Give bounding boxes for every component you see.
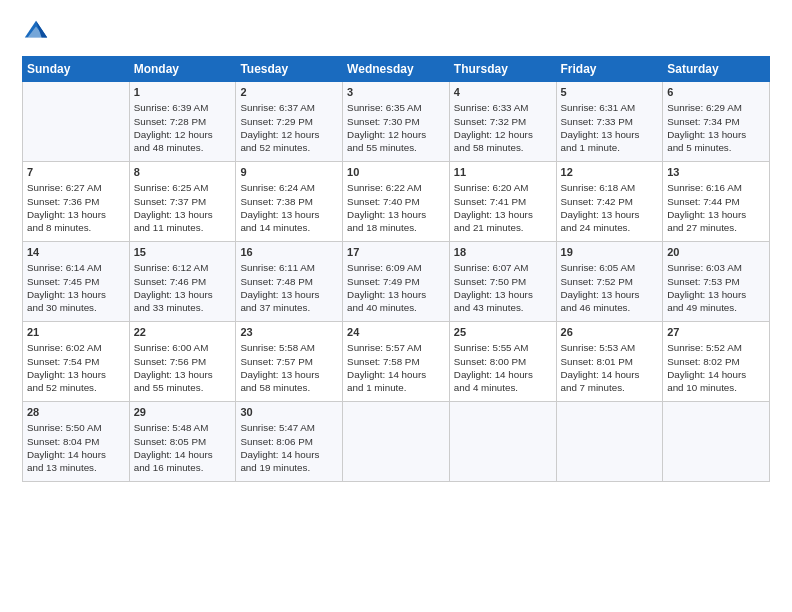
day-info: Sunrise: 6:31 AM Sunset: 7:33 PM Dayligh…: [561, 101, 659, 154]
day-info: Sunrise: 5:47 AM Sunset: 8:06 PM Dayligh…: [240, 421, 338, 474]
day-info: Sunrise: 6:09 AM Sunset: 7:49 PM Dayligh…: [347, 261, 445, 314]
day-info: Sunrise: 6:03 AM Sunset: 7:53 PM Dayligh…: [667, 261, 765, 314]
day-cell: 20Sunrise: 6:03 AM Sunset: 7:53 PM Dayli…: [663, 242, 770, 322]
day-info: Sunrise: 6:24 AM Sunset: 7:38 PM Dayligh…: [240, 181, 338, 234]
calendar-body: 1Sunrise: 6:39 AM Sunset: 7:28 PM Daylig…: [23, 82, 770, 482]
day-number: 4: [454, 85, 552, 100]
header-cell-wednesday: Wednesday: [343, 57, 450, 82]
week-row-4: 21Sunrise: 6:02 AM Sunset: 7:54 PM Dayli…: [23, 322, 770, 402]
day-number: 23: [240, 325, 338, 340]
day-info: Sunrise: 6:27 AM Sunset: 7:36 PM Dayligh…: [27, 181, 125, 234]
week-row-1: 1Sunrise: 6:39 AM Sunset: 7:28 PM Daylig…: [23, 82, 770, 162]
week-row-2: 7Sunrise: 6:27 AM Sunset: 7:36 PM Daylig…: [23, 162, 770, 242]
logo-icon: [22, 18, 50, 46]
day-info: Sunrise: 5:50 AM Sunset: 8:04 PM Dayligh…: [27, 421, 125, 474]
day-info: Sunrise: 5:52 AM Sunset: 8:02 PM Dayligh…: [667, 341, 765, 394]
day-number: 27: [667, 325, 765, 340]
day-info: Sunrise: 5:53 AM Sunset: 8:01 PM Dayligh…: [561, 341, 659, 394]
day-cell: 6Sunrise: 6:29 AM Sunset: 7:34 PM Daylig…: [663, 82, 770, 162]
week-row-3: 14Sunrise: 6:14 AM Sunset: 7:45 PM Dayli…: [23, 242, 770, 322]
day-cell: 27Sunrise: 5:52 AM Sunset: 8:02 PM Dayli…: [663, 322, 770, 402]
day-number: 24: [347, 325, 445, 340]
day-number: 26: [561, 325, 659, 340]
day-info: Sunrise: 5:48 AM Sunset: 8:05 PM Dayligh…: [134, 421, 232, 474]
day-cell: 30Sunrise: 5:47 AM Sunset: 8:06 PM Dayli…: [236, 402, 343, 482]
day-info: Sunrise: 5:57 AM Sunset: 7:58 PM Dayligh…: [347, 341, 445, 394]
day-number: 6: [667, 85, 765, 100]
day-cell: 5Sunrise: 6:31 AM Sunset: 7:33 PM Daylig…: [556, 82, 663, 162]
day-info: Sunrise: 6:25 AM Sunset: 7:37 PM Dayligh…: [134, 181, 232, 234]
day-cell: 25Sunrise: 5:55 AM Sunset: 8:00 PM Dayli…: [449, 322, 556, 402]
day-cell: 17Sunrise: 6:09 AM Sunset: 7:49 PM Dayli…: [343, 242, 450, 322]
day-cell: [449, 402, 556, 482]
day-cell: [343, 402, 450, 482]
calendar-table: SundayMondayTuesdayWednesdayThursdayFrid…: [22, 56, 770, 482]
day-number: 3: [347, 85, 445, 100]
day-number: 10: [347, 165, 445, 180]
day-cell: 16Sunrise: 6:11 AM Sunset: 7:48 PM Dayli…: [236, 242, 343, 322]
day-info: Sunrise: 6:16 AM Sunset: 7:44 PM Dayligh…: [667, 181, 765, 234]
header-cell-tuesday: Tuesday: [236, 57, 343, 82]
day-cell: 12Sunrise: 6:18 AM Sunset: 7:42 PM Dayli…: [556, 162, 663, 242]
day-info: Sunrise: 6:29 AM Sunset: 7:34 PM Dayligh…: [667, 101, 765, 154]
day-number: 21: [27, 325, 125, 340]
day-cell: [556, 402, 663, 482]
day-cell: 15Sunrise: 6:12 AM Sunset: 7:46 PM Dayli…: [129, 242, 236, 322]
day-cell: 24Sunrise: 5:57 AM Sunset: 7:58 PM Dayli…: [343, 322, 450, 402]
day-info: Sunrise: 6:22 AM Sunset: 7:40 PM Dayligh…: [347, 181, 445, 234]
day-cell: 26Sunrise: 5:53 AM Sunset: 8:01 PM Dayli…: [556, 322, 663, 402]
header-cell-saturday: Saturday: [663, 57, 770, 82]
day-info: Sunrise: 6:39 AM Sunset: 7:28 PM Dayligh…: [134, 101, 232, 154]
day-number: 8: [134, 165, 232, 180]
day-cell: 3Sunrise: 6:35 AM Sunset: 7:30 PM Daylig…: [343, 82, 450, 162]
day-cell: 22Sunrise: 6:00 AM Sunset: 7:56 PM Dayli…: [129, 322, 236, 402]
header-cell-sunday: Sunday: [23, 57, 130, 82]
day-number: 7: [27, 165, 125, 180]
day-number: 22: [134, 325, 232, 340]
day-number: 17: [347, 245, 445, 260]
day-number: 12: [561, 165, 659, 180]
header-row: SundayMondayTuesdayWednesdayThursdayFrid…: [23, 57, 770, 82]
day-cell: 7Sunrise: 6:27 AM Sunset: 7:36 PM Daylig…: [23, 162, 130, 242]
day-number: 16: [240, 245, 338, 260]
day-info: Sunrise: 5:58 AM Sunset: 7:57 PM Dayligh…: [240, 341, 338, 394]
day-cell: 28Sunrise: 5:50 AM Sunset: 8:04 PM Dayli…: [23, 402, 130, 482]
calendar-header: SundayMondayTuesdayWednesdayThursdayFrid…: [23, 57, 770, 82]
day-number: 30: [240, 405, 338, 420]
day-cell: 2Sunrise: 6:37 AM Sunset: 7:29 PM Daylig…: [236, 82, 343, 162]
day-cell: 10Sunrise: 6:22 AM Sunset: 7:40 PM Dayli…: [343, 162, 450, 242]
day-info: Sunrise: 5:55 AM Sunset: 8:00 PM Dayligh…: [454, 341, 552, 394]
logo: [22, 18, 54, 46]
day-info: Sunrise: 6:02 AM Sunset: 7:54 PM Dayligh…: [27, 341, 125, 394]
day-number: 11: [454, 165, 552, 180]
week-row-5: 28Sunrise: 5:50 AM Sunset: 8:04 PM Dayli…: [23, 402, 770, 482]
day-cell: 19Sunrise: 6:05 AM Sunset: 7:52 PM Dayli…: [556, 242, 663, 322]
day-cell: 14Sunrise: 6:14 AM Sunset: 7:45 PM Dayli…: [23, 242, 130, 322]
day-number: 1: [134, 85, 232, 100]
day-cell: 9Sunrise: 6:24 AM Sunset: 7:38 PM Daylig…: [236, 162, 343, 242]
day-number: 18: [454, 245, 552, 260]
page: SundayMondayTuesdayWednesdayThursdayFrid…: [0, 0, 792, 612]
day-info: Sunrise: 6:07 AM Sunset: 7:50 PM Dayligh…: [454, 261, 552, 314]
day-number: 28: [27, 405, 125, 420]
day-info: Sunrise: 6:35 AM Sunset: 7:30 PM Dayligh…: [347, 101, 445, 154]
day-cell: 21Sunrise: 6:02 AM Sunset: 7:54 PM Dayli…: [23, 322, 130, 402]
day-cell: 1Sunrise: 6:39 AM Sunset: 7:28 PM Daylig…: [129, 82, 236, 162]
header: [22, 18, 770, 46]
day-number: 15: [134, 245, 232, 260]
header-cell-thursday: Thursday: [449, 57, 556, 82]
day-number: 25: [454, 325, 552, 340]
day-number: 13: [667, 165, 765, 180]
day-number: 14: [27, 245, 125, 260]
day-number: 9: [240, 165, 338, 180]
day-cell: [663, 402, 770, 482]
day-info: Sunrise: 6:05 AM Sunset: 7:52 PM Dayligh…: [561, 261, 659, 314]
day-cell: 11Sunrise: 6:20 AM Sunset: 7:41 PM Dayli…: [449, 162, 556, 242]
day-cell: [23, 82, 130, 162]
day-info: Sunrise: 6:37 AM Sunset: 7:29 PM Dayligh…: [240, 101, 338, 154]
day-cell: 18Sunrise: 6:07 AM Sunset: 7:50 PM Dayli…: [449, 242, 556, 322]
header-cell-friday: Friday: [556, 57, 663, 82]
day-info: Sunrise: 6:14 AM Sunset: 7:45 PM Dayligh…: [27, 261, 125, 314]
day-info: Sunrise: 6:00 AM Sunset: 7:56 PM Dayligh…: [134, 341, 232, 394]
day-cell: 13Sunrise: 6:16 AM Sunset: 7:44 PM Dayli…: [663, 162, 770, 242]
